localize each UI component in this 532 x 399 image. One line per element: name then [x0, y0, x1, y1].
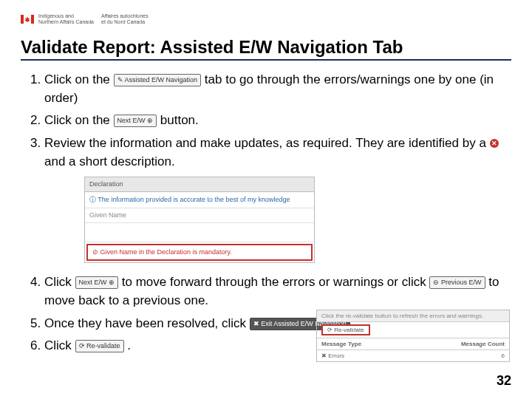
department-name: Indigenous and Northern Affairs Canada A…: [38, 13, 149, 24]
revalidate-screenshot: Click the re-validate button to refresh …: [316, 310, 510, 362]
revalidate-button-row: ⟳ Re-validate: [317, 322, 509, 338]
message-table-row: ✖ Errors 6: [317, 350, 509, 361]
svg-rect-2: [31, 15, 34, 24]
svg-rect-1: [21, 15, 24, 24]
previous-ew-button: ⊖ Previous E/W: [429, 276, 485, 289]
revalidate-button: ⟳ Re-validate: [75, 340, 124, 352]
declaration-screenshot: Declaration The information provided is …: [84, 177, 315, 263]
step-2: Click on the Next E/W ⊕ button.: [44, 112, 511, 130]
given-name-field: [85, 223, 314, 242]
page-title: Validate Report: Assisted E/W Navigation…: [21, 37, 511, 61]
dept-en-2: Northern Affairs Canada: [38, 19, 94, 25]
step-4: Click Next E/W ⊕ to move forward through…: [44, 273, 511, 310]
page-number: 32: [497, 373, 511, 389]
col-message-count: Message Count: [461, 341, 505, 347]
canada-flag-icon: [21, 15, 34, 24]
given-name-label: Given Name: [85, 208, 314, 223]
assisted-ew-tab-button: ✎ Assisted E/W Navigation: [114, 74, 202, 86]
col-message-type: Message Type: [321, 341, 361, 347]
next-ew-button-2: Next E/W ⊕: [75, 276, 119, 289]
declaration-info: The information provided is accurate to …: [85, 192, 314, 208]
errors-count: 6: [502, 352, 505, 359]
step-3: Review the information and make updates,…: [44, 134, 511, 264]
step-1: Click on the ✎ Assisted E/W Navigation t…: [44, 71, 511, 107]
dept-fr-2: et du Nord Canada: [101, 19, 149, 25]
error-icon: ✕: [490, 139, 499, 148]
message-table-header: Message Type Message Count: [317, 338, 509, 350]
dept-en-1: Indigenous and: [38, 13, 94, 19]
given-name-error: Given Name in the Declaration is mandato…: [86, 244, 313, 261]
revalidate-hint: Click the re-validate button to refresh …: [317, 310, 509, 322]
gov-header: Indigenous and Northern Affairs Canada A…: [21, 9, 511, 30]
declaration-header: Declaration: [85, 177, 314, 192]
revalidate-highlighted-button: ⟳ Re-validate: [321, 324, 370, 335]
dept-fr-1: Affaires autochtones: [101, 13, 149, 19]
errors-label: ✖ Errors: [321, 352, 344, 359]
next-ew-button: Next E/W ⊕: [114, 115, 157, 127]
